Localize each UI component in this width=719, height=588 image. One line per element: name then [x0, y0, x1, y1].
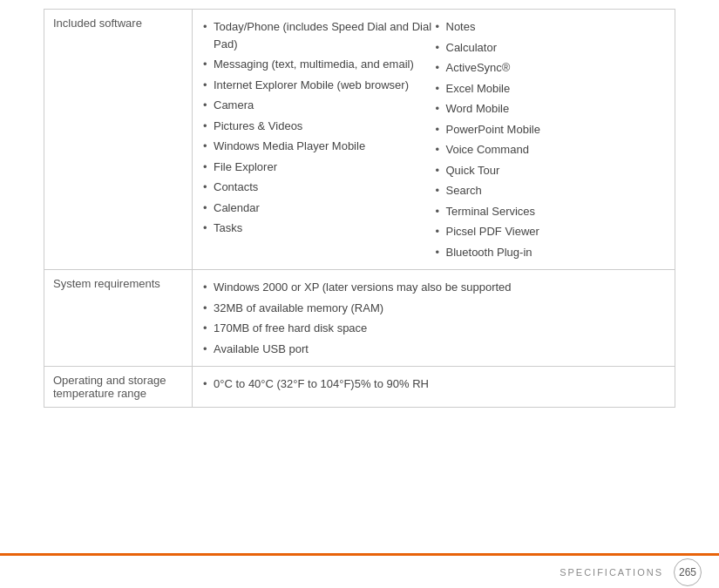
row-cell-software: Today/Phone (includes Speed Dial and Dia…: [193, 10, 675, 270]
software-columns: Today/Phone (includes Speed Dial and Dia…: [201, 17, 666, 262]
software-col2: NotesCalculatorActiveSync®Excel MobileWo…: [434, 17, 667, 262]
list-item: Calendar: [201, 198, 434, 219]
footer-label: SPECIFICATIONS: [560, 567, 663, 578]
list-item: Messaging (text, multimedia, and email): [201, 54, 434, 75]
row-label-temp: Operating and storage temperature range: [44, 367, 193, 408]
table-row: Included software Today/Phone (includes …: [44, 10, 675, 270]
list-item: Camera: [201, 95, 434, 116]
list-item: Tasks: [201, 218, 434, 239]
table-row: Operating and storage temperature range …: [44, 367, 675, 408]
list-item: Today/Phone (includes Speed Dial and Dia…: [201, 17, 434, 54]
list-item: 0°C to 40°C (32°F to 104°F)5% to 90% RH: [201, 374, 666, 395]
row-cell-temp: 0°C to 40°C (32°F to 104°F)5% to 90% RH: [193, 367, 675, 408]
list-item: Quick Tour: [434, 160, 667, 181]
list-item: Notes: [434, 17, 667, 37]
list-item: ActiveSync®: [434, 57, 667, 78]
footer: SPECIFICATIONS 265: [0, 553, 719, 588]
list-item: Windows Media Player Mobile: [201, 136, 434, 157]
list-item: Picsel PDF Viewer: [434, 221, 667, 242]
list-item: Contacts: [201, 177, 434, 198]
list-item: Internet Explorer Mobile (web browser): [201, 75, 434, 96]
table-row: System requirements Windows 2000 or XP (…: [44, 270, 675, 367]
list-item: Word Mobile: [434, 98, 667, 119]
list-item: Calculator: [434, 37, 667, 58]
label-text: Operating and storage temperature range: [53, 374, 166, 400]
row-label-software: Included software: [44, 10, 193, 270]
list-item: 170MB of free hard disk space: [201, 318, 666, 339]
list-item: 32MB of available memory (RAM): [201, 298, 666, 319]
list-item: Excel Mobile: [434, 78, 667, 99]
content-area: Included software Today/Phone (includes …: [0, 0, 719, 553]
list-item: Pictures & Videos: [201, 116, 434, 137]
list-item: Available USB port: [201, 339, 666, 360]
page-number: 265: [674, 558, 702, 586]
software-list-2: NotesCalculatorActiveSync®Excel MobileWo…: [434, 17, 667, 262]
list-item: Search: [434, 180, 667, 201]
list-item: Windows 2000 or XP (later versions may a…: [201, 277, 666, 298]
list-item: Bluetooth Plug-in: [434, 242, 667, 263]
list-item: Voice Command: [434, 139, 667, 160]
label-text: System requirements: [53, 277, 160, 290]
specs-table: Included software Today/Phone (includes …: [44, 9, 675, 408]
sysreq-list: Windows 2000 or XP (later versions may a…: [201, 277, 666, 359]
page-container: Included software Today/Phone (includes …: [0, 0, 719, 588]
row-label-sysreq: System requirements: [44, 270, 193, 367]
list-item: PowerPoint Mobile: [434, 119, 667, 140]
list-item: Terminal Services: [434, 201, 667, 222]
label-text: Included software: [53, 17, 142, 30]
software-col1: Today/Phone (includes Speed Dial and Dia…: [201, 17, 434, 262]
list-item: File Explorer: [201, 157, 434, 178]
software-list-1: Today/Phone (includes Speed Dial and Dia…: [201, 17, 434, 239]
temp-list: 0°C to 40°C (32°F to 104°F)5% to 90% RH: [201, 374, 666, 395]
row-cell-sysreq: Windows 2000 or XP (later versions may a…: [193, 270, 675, 367]
